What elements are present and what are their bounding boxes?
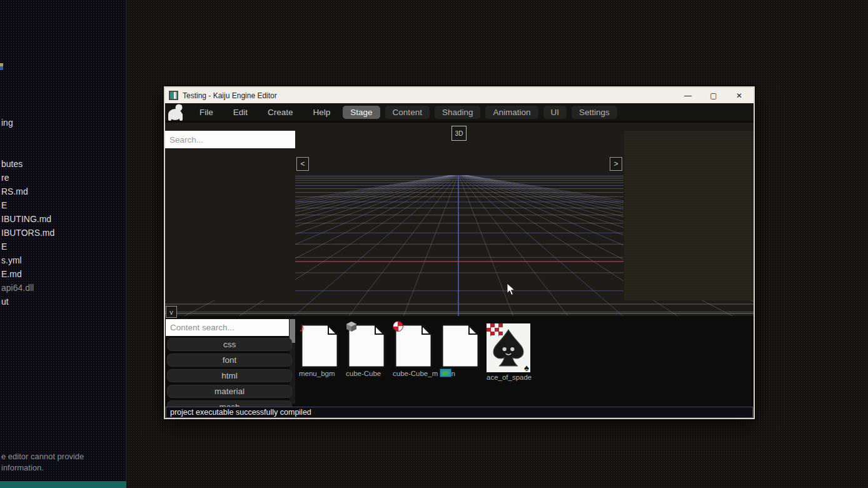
minimize-button[interactable]: — [677,89,699,102]
background-file-item[interactable]: butes [1,159,23,169]
content-item-menu-bgm[interactable]: ♪ menu_bgm [299,323,344,377]
content-item-ace-of-spades[interactable]: ♠ ace_of_spades [487,323,532,381]
spade-pip-icon: ♠ [524,363,529,372]
tab-ui[interactable]: UI [543,106,567,119]
background-note-line: information. [1,463,44,472]
gorilla-logo-icon [166,103,187,121]
content-item-label: menu_bgm [299,370,344,377]
content-item-label: ace_of_spades [487,374,532,381]
file-document-icon [441,323,480,369]
background-file-item[interactable]: ing [1,118,13,128]
music-note-badge-icon: ♪ [299,321,305,335]
title-bar[interactable]: Testing - Kaiju Engine Editor — ▢ ✕ [165,88,754,103]
background-file-item[interactable]: E.md [1,269,22,279]
viewport-next-button[interactable]: > [610,157,622,171]
content-item-label: cube-Cube_mat [393,370,438,377]
category-material[interactable]: material [167,385,292,398]
category-font[interactable]: font [167,353,292,367]
transparency-checker-icon [487,323,503,336]
background-note-line: e editor cannot provide [1,452,84,461]
background-file-item[interactable]: re [1,173,9,183]
background-editor-column [0,0,126,488]
file-document-icon: ♪ [300,323,339,369]
content-item-cube-cube-mat[interactable]: cube-Cube_mat [393,323,438,377]
background-file-item[interactable]: s.yml [1,255,22,265]
editor-window: Testing - Kaiju Engine Editor — ▢ ✕ File… [164,86,755,419]
content-item-label: cube-Cube [346,370,391,377]
card-image-thumbnail: ♠ [487,323,530,372]
tab-stage[interactable]: Stage [343,106,380,119]
background-file-item[interactable]: RS.md [1,186,28,196]
background-file-icon-fragment [0,63,3,70]
category-css[interactable]: css [167,338,292,351]
background-file-item[interactable]: IBUTING.md [1,214,51,224]
background-file-item[interactable]: E [1,200,7,210]
tab-shading[interactable]: Shading [435,106,481,119]
file-document-icon [394,323,433,369]
viewport-prev-button[interactable]: < [296,157,309,171]
view-mode-3d-button[interactable]: 3D [452,126,467,141]
category-mesh[interactable]: mesh [167,400,292,407]
background-status-strip [0,481,126,488]
maximize-button[interactable]: ▢ [703,89,724,102]
viewport-3d[interactable]: 3D < > [165,123,754,316]
mouse-cursor-icon [507,283,516,296]
menu-file[interactable]: File [193,105,220,119]
material-sphere-badge-icon [393,321,403,332]
menu-bar: File Edit Create Help Stage Content Shad… [165,103,754,123]
content-panel-collapse-button[interactable]: v [166,306,177,318]
status-message: project executable successfully compiled [170,408,311,417]
background-file-item[interactable]: E [1,241,7,252]
content-browser: css font html material mesh ♪ menu_bgm [165,316,754,407]
close-button[interactable]: ✕ [729,89,750,102]
menu-create[interactable]: Create [261,105,300,119]
content-search-input[interactable] [166,319,289,336]
tab-settings[interactable]: Settings [572,106,617,119]
tab-animation[interactable]: Animation [485,106,538,119]
viewport-side-panel [624,131,754,300]
stage-search-input[interactable] [165,131,295,148]
background-file-item[interactable]: ut [1,297,9,307]
app-icon [169,91,178,100]
menu-edit[interactable]: Edit [226,105,255,119]
tab-content[interactable]: Content [385,106,430,119]
map-badge-icon [440,369,452,377]
mesh-cube-badge-icon [346,321,357,335]
background-file-item[interactable]: IBUTORS.md [1,228,54,238]
background-file-item[interactable]: api64.dll [1,283,34,293]
menu-help[interactable]: Help [306,105,338,119]
content-item-cube-cube[interactable]: cube-Cube [346,323,391,377]
category-html[interactable]: html [167,369,292,382]
status-bar: project executable successfully compiled [166,407,753,418]
window-title: Testing - Kaiju Engine Editor [183,91,673,100]
file-document-icon [347,323,386,369]
content-item-main[interactable]: main [440,323,485,377]
